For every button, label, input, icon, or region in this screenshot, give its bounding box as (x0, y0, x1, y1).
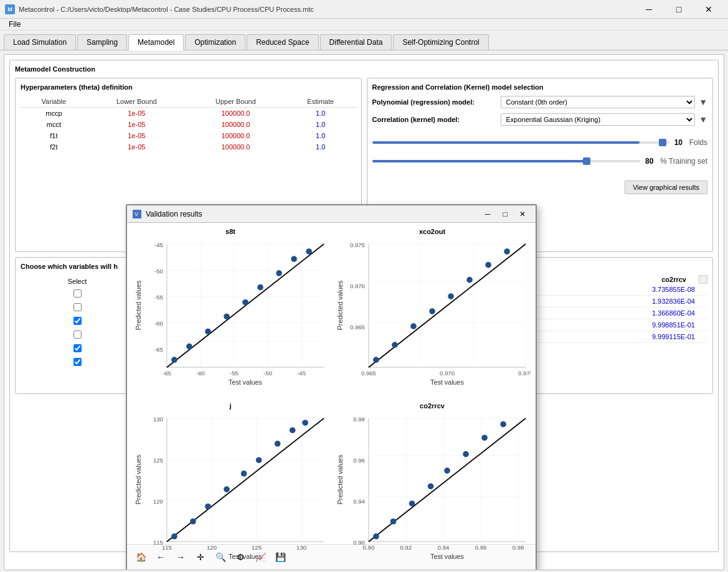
estimate: 1.0 (285, 119, 356, 130)
svg-point-44 (373, 357, 379, 363)
popup-title-text: Validation results (146, 210, 202, 218)
validation-popup: V Validation results ─ □ ✕ s8t (126, 204, 537, 570)
kernel-select[interactable]: Exponential Gaussian (Kriging) (501, 113, 696, 126)
scrollbar-top[interactable] (699, 275, 707, 284)
kernel-dropdown-icon[interactable]: ▼ (699, 115, 707, 124)
charts-area: s8t (127, 223, 536, 544)
svg-point-98 (373, 533, 379, 540)
poly-dropdown-icon[interactable]: ▼ (699, 97, 707, 107)
folds-slider-fill (372, 141, 640, 144)
estimate: 1.0 (285, 130, 356, 141)
svg-text:125: 125 (153, 457, 163, 464)
tab-differential-data[interactable]: Differential Data (320, 34, 392, 50)
svg-text:0.94: 0.94 (353, 498, 365, 505)
training-slider-thumb (583, 157, 590, 165)
estimate: 1.0 (285, 141, 356, 152)
svg-text:Test values: Test values (430, 553, 465, 560)
folds-value: 10 (674, 138, 684, 147)
svg-text:V: V (135, 211, 138, 217)
variable-checkbox-3[interactable] (73, 331, 82, 339)
popup-close-btn[interactable]: ✕ (514, 208, 531, 220)
svg-point-14 (171, 357, 177, 363)
svg-text:0.90: 0.90 (363, 545, 375, 551)
lower-bound: 1e-05 (87, 130, 186, 141)
svg-text:Test values: Test values (229, 553, 263, 560)
table-row: mccp 1e-05 100000.0 1.0 (21, 108, 356, 120)
svg-text:Predicted values: Predicted values (336, 280, 344, 330)
tab-load-sim[interactable]: Load Simulation (4, 34, 76, 50)
svg-point-104 (481, 435, 488, 441)
chart-xco2out: xco2out (331, 225, 533, 400)
svg-point-49 (466, 277, 473, 283)
svg-text:0.975: 0.975 (350, 241, 365, 248)
table-row: f1t 1e-05 100000.0 1.0 (21, 130, 356, 141)
minimize-button[interactable]: ─ (635, 1, 663, 18)
poly-select[interactable]: Constant (0th order) (501, 96, 696, 108)
svg-point-74 (256, 457, 262, 464)
svg-text:0.94: 0.94 (438, 545, 450, 551)
col-variable: Variable (21, 96, 87, 108)
tab-metamodel[interactable]: Metamodel (128, 34, 184, 50)
svg-point-22 (306, 248, 312, 255)
tab-self-opt[interactable]: Self-Optimizing Control (393, 34, 488, 50)
chart-co2rrcv-svg: 0.98 0.96 0.94 0.90 0.90 0.92 0.94 0.96 … (334, 411, 531, 568)
chart-s8t: s8t (130, 225, 331, 400)
tab-reduced-space[interactable]: Reduced Space (247, 34, 318, 50)
popup-maximize-btn[interactable]: □ (497, 208, 513, 220)
chart-xco2out-title: xco2out (334, 228, 531, 235)
svg-text:0.98: 0.98 (513, 545, 524, 551)
variable-checkbox-4[interactable] (73, 344, 82, 352)
svg-point-75 (275, 441, 281, 447)
tab-sampling[interactable]: Sampling (77, 34, 127, 50)
kernel-row: Correlation (kernel) model: Exponential … (372, 113, 708, 126)
svg-text:125: 125 (252, 545, 262, 551)
col-estimate: Estimate (285, 96, 356, 108)
lower-bound: 1e-05 (87, 108, 186, 120)
close-button[interactable]: ✕ (694, 1, 723, 18)
app-icon: M (5, 4, 15, 14)
svg-point-105 (500, 421, 506, 428)
svg-point-70 (190, 518, 196, 525)
svg-text:0.98: 0.98 (353, 416, 365, 423)
training-value: 80 (645, 157, 655, 166)
svg-text:0.975: 0.975 (518, 370, 531, 377)
kernel-label: Correlation (kernel) model: (372, 116, 497, 123)
var-name: mccp (21, 108, 87, 120)
svg-text:130: 130 (296, 545, 306, 551)
training-slider-track[interactable] (372, 160, 640, 162)
variable-checkbox-2[interactable] (73, 317, 82, 325)
variable-checkbox-5[interactable] (73, 358, 82, 366)
svg-point-76 (290, 428, 296, 434)
svg-point-17 (224, 314, 230, 320)
var-name: f2t (21, 141, 87, 152)
params-table: Variable Lower Bound Upper Bound Estimat… (21, 96, 356, 152)
chart-s8t-svg: -45 -50 -55 -60 -65 -65 -60 -55 -50 -45 … (132, 237, 329, 393)
svg-point-48 (448, 293, 454, 299)
select-col-header: Select (22, 276, 133, 286)
svg-point-103 (463, 451, 469, 457)
var-select-panel: Choose which variables will h Select (15, 257, 139, 400)
svg-text:Predicted values: Predicted values (135, 454, 142, 504)
var-select-table: Select (21, 275, 134, 370)
menubar: File (0, 19, 728, 30)
variable-checkbox-0[interactable] (73, 289, 82, 298)
upper-bound: 100000.0 (186, 141, 285, 152)
svg-text:-60: -60 (154, 320, 163, 327)
list-item (22, 342, 133, 355)
svg-point-46 (410, 323, 417, 329)
training-slider-fill (372, 160, 587, 162)
file-menu[interactable]: File (5, 19, 24, 30)
svg-text:-50: -50 (263, 370, 272, 377)
tab-optimization[interactable]: Optimization (185, 34, 245, 50)
view-results-button[interactable]: View graphical results (625, 181, 707, 194)
popup-minimize-btn[interactable]: ─ (480, 208, 496, 220)
maximize-button[interactable]: □ (664, 1, 693, 18)
svg-point-50 (485, 262, 491, 268)
validation-icon: V (132, 209, 142, 219)
chart-j: j (130, 400, 331, 570)
folds-slider-track[interactable] (372, 141, 669, 144)
chart-co2rrcv-title: co2rrcv (334, 402, 531, 410)
variable-checkbox-1[interactable] (73, 303, 82, 311)
popup-titlebar: V Validation results ─ □ ✕ (127, 205, 536, 223)
results-col-header: co2rrcv (661, 276, 699, 283)
